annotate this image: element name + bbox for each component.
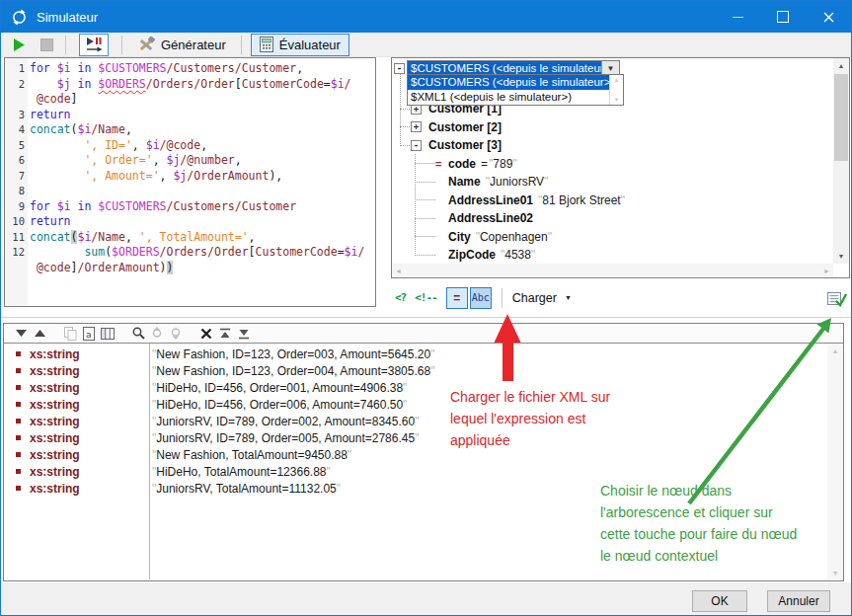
result-row[interactable]: xs:string"HiDeHo, ID=456, Order=006, Amo…	[4, 396, 825, 413]
generator-label: Générateur	[161, 38, 226, 52]
close-button[interactable]	[806, 1, 851, 33]
evaluator-button[interactable]: Évaluateur	[251, 34, 349, 56]
code-line[interactable]: 11concat($i/Name, ', TotalAmount=',	[5, 230, 375, 246]
play-icon	[14, 38, 26, 51]
code-line[interactable]: 8	[5, 184, 375, 199]
combo-dropdown-list: $CUSTOMERS (<depuis le simulateur>)$XML1…	[407, 74, 624, 106]
toolbar-separator	[121, 36, 122, 54]
result-row[interactable]: xs:string"JuniorsRV, ID=789, Order=005, …	[4, 429, 825, 446]
code-line[interactable]: 4concat($i/Name,	[5, 122, 375, 138]
scroll-to-top-icon[interactable]	[218, 327, 232, 341]
code-line[interactable]: 3return	[5, 108, 375, 123]
toolbar-separator	[241, 36, 242, 54]
run-button[interactable]	[14, 38, 26, 51]
result-row[interactable]: xs:string"New Fashion, ID=123, Order=004…	[4, 362, 825, 379]
expand-icon[interactable]: +	[411, 121, 422, 132]
previous-result-button[interactable]	[33, 327, 46, 341]
xquery-editor[interactable]: 1for $i in $CUSTOMERS/Customers/Customer…	[4, 57, 376, 307]
code-rows: 1for $i in $CUSTOMERS/Customers/Customer…	[5, 58, 375, 275]
result-row[interactable]: xs:string"New Fashion, TotalAmount=9450.…	[4, 446, 825, 463]
code-line[interactable]: 7 ', Amount=', $j/OrderAmount),	[5, 169, 375, 185]
set-context-node-button[interactable]	[826, 287, 848, 309]
code-line[interactable]: 12 sum($ORDERS/Orders/Order[CustomerCode…	[5, 245, 375, 261]
columns-icon[interactable]	[101, 327, 115, 341]
generator-button[interactable]: Générateur	[137, 37, 226, 53]
copy-text-icon[interactable]: a	[82, 327, 96, 341]
results-vertical-scrollbar[interactable]: ▲ ▼	[827, 344, 843, 580]
step-evaluation-button[interactable]	[79, 34, 109, 56]
context-node-icon	[827, 290, 847, 307]
scroll-down-icon[interactable]: ▼	[833, 249, 849, 264]
code-line[interactable]: 5 ', ID=', $i/@code,	[5, 138, 375, 154]
next-result-button[interactable]	[14, 327, 28, 341]
bullet-icon	[16, 486, 21, 491]
search-icon[interactable]	[131, 327, 145, 341]
tree-node[interactable]: =AddressLine01"81 Bjork Street"	[392, 192, 833, 210]
tree-horizontal-scrollbar[interactable]: ◄ ►	[392, 264, 833, 277]
scroll-up-icon[interactable]: ▲	[833, 58, 849, 73]
scroll-down-icon[interactable]: ▼	[827, 566, 843, 580]
search-previous-icon[interactable]	[150, 327, 164, 341]
tree-node[interactable]: =Name"JuniorsRV"	[392, 173, 833, 192]
tree-node[interactable]: =code="789"	[392, 155, 833, 174]
scroll-right-icon[interactable]: ►	[823, 268, 830, 274]
result-row[interactable]: xs:string"New Fashion, ID=123, Order=003…	[4, 346, 825, 362]
result-row[interactable]: xs:string"HiDeHo, ID=456, Order=001, Amo…	[4, 379, 825, 396]
copy-icon[interactable]	[63, 327, 77, 341]
red-annotation-text: Charger le fichier XML surlequel l'expre…	[450, 386, 610, 451]
scrollbar-thumb[interactable]	[834, 74, 848, 161]
xml-declaration-toggle[interactable]: <?	[395, 291, 406, 304]
dialog-footer: OK Annuler	[1, 582, 851, 615]
result-row[interactable]: xs:string"HiDeHo, TotalAmount=12366.88"	[4, 463, 825, 480]
collapse-icon[interactable]: -	[394, 63, 405, 74]
collapse-icon[interactable]: -	[411, 140, 422, 151]
tree-node[interactable]: -Customer [3]	[392, 136, 833, 155]
maximize-icon	[777, 11, 789, 23]
scroll-to-bottom-icon[interactable]	[237, 327, 251, 341]
tree-node[interactable]: =AddressLine02	[392, 209, 833, 228]
result-row[interactable]: xs:string"JuniorsRV, ID=789, Order=002, …	[4, 413, 825, 429]
column-divider[interactable]	[149, 344, 150, 579]
combo-option[interactable]: $XML1 (<depuis le simulateur>)	[408, 90, 609, 105]
tree-node[interactable]: =ZipCode"4538"	[392, 246, 833, 265]
separator-line	[1, 317, 851, 318]
bullet-icon	[16, 469, 21, 474]
tree-vertical-scrollbar[interactable]: ▲ ▼	[833, 58, 849, 264]
maximize-button[interactable]	[760, 1, 806, 33]
code-line[interactable]: 9for $i in $CUSTOMERS/Customers/Customer	[5, 199, 375, 215]
minimize-button[interactable]	[715, 1, 760, 33]
comment-toggle[interactable]: <!--	[415, 291, 437, 304]
bullet-icon	[16, 402, 21, 407]
window-controls	[715, 1, 851, 33]
cancel-button[interactable]: Annuler	[767, 590, 830, 612]
code-line[interactable]: 2 $j in $ORDERS/Orders/Order[CustomerCod…	[5, 77, 375, 93]
attributes-toggle[interactable]: =	[446, 287, 468, 309]
text-values-toggle[interactable]: Abc	[470, 287, 492, 309]
code-line[interactable]: 10return	[5, 214, 375, 230]
tree-node[interactable]: =City"Copenhagen"	[392, 228, 833, 247]
combo-option[interactable]: $CUSTOMERS (<depuis le simulateur>)	[408, 75, 609, 90]
toolbar-separator	[65, 36, 66, 54]
scroll-down-icon: ▼	[614, 97, 620, 103]
tree-node[interactable]: +Customer [2]	[392, 118, 833, 137]
scroll-up-icon: ▲	[614, 77, 620, 83]
clear-results-button[interactable]	[199, 327, 213, 341]
bullet-icon	[16, 385, 21, 390]
scroll-up-icon[interactable]: ▲	[827, 344, 843, 358]
attribute-icon: =	[435, 158, 448, 170]
code-line[interactable]: 6 ', Order=', $j/@number,	[5, 153, 375, 169]
code-line[interactable]: @code]/OrderAmount))	[5, 261, 375, 276]
chevron-down-icon: ▼	[565, 294, 572, 301]
ok-button[interactable]: OK	[692, 590, 747, 612]
tree-rows: +Customer [1]+Customer [2]-Customer [3]=…	[392, 100, 833, 265]
calculator-icon	[260, 37, 273, 52]
charger-button[interactable]: Charger ▼	[512, 291, 572, 305]
search-next-icon[interactable]	[169, 327, 183, 341]
bullet-icon	[16, 351, 21, 356]
code-line[interactable]: 1for $i in $CUSTOMERS/Customers/Customer…	[5, 61, 375, 77]
app-icon	[11, 9, 28, 26]
close-icon	[823, 12, 834, 23]
stop-button[interactable]	[40, 38, 53, 51]
scroll-left-icon[interactable]: ◄	[395, 268, 402, 274]
code-line[interactable]: @code]	[5, 92, 375, 108]
